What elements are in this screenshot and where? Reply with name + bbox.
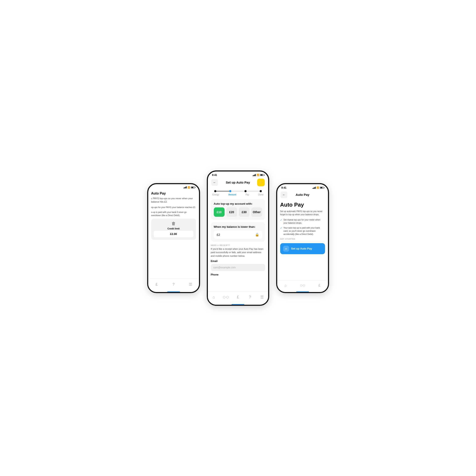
amount-30[interactable]: £30 [239,207,250,217]
wifi-icon-left: 📶 [187,186,190,189]
checkmark-1: ✓ [280,219,282,224]
receipt-section: NEED A RECEIPT? If you'd like a receipt … [211,244,265,278]
tab-help-center[interactable]: ? [244,295,256,299]
signal-icon-right [313,187,316,189]
step-label-amount: Amount [228,193,237,196]
setup-autopay-button[interactable]: ∞ Set up Auto Pay [280,243,325,254]
credit-label: Credit limit [154,227,193,230]
topup-title: Auto top-up my account with: [214,202,262,205]
back-button-center[interactable]: ← [211,179,218,186]
step-dot-amount [229,190,231,192]
step-line-3 [247,191,260,191]
topup-card: Auto top-up my account with: £10 £20 £30… [211,199,265,220]
right-content: Auto Pay Set up automatic PAYG top-ups s… [277,199,328,256]
check-text-2: Your auto top-up is paid with your bank … [284,226,325,236]
battery-icon-center [260,174,264,176]
tab-payments-center[interactable]: £ [232,295,244,299]
credit-card: 🗑 Credit limit £2.00 [151,219,196,240]
time-center: 9:41 [212,174,217,177]
lightning-icon: ⚡ [259,180,263,185]
status-bar-right: 9:41 📶 [277,184,328,190]
signal-icon-center [253,174,256,176]
divider-right [280,241,325,241]
amount-row: £10 £20 £30 Other [214,207,262,217]
credit-value: £2.00 [154,231,193,237]
back-arrow-center: ← [213,181,216,184]
amount-20[interactable]: £20 [226,207,237,217]
right-hero-title: Auto Pay [280,202,325,208]
tab-bar-left: £ ? ☰ [148,278,199,292]
step-dot-energy [214,190,216,192]
tab-activity-center[interactable]: ⬡·⬡ [220,295,232,299]
left-page-title: Auto Pay [151,192,196,195]
check-item-1: ✓ Set repeat top-ups for your meter when… [280,218,325,224]
scene: 📶 Auto Pay c PAYG top-ups so you never w… [143,143,333,333]
tab-bar-center: ⌂ ⬡·⬡ £ ? ☰ [208,291,268,305]
tab-payments-left[interactable]: £ [148,282,165,287]
status-bar-center: 9:41 📶 [208,171,268,177]
step-labels: Energy Amount Pay Done [211,193,265,198]
tab-payments-right[interactable]: £ [311,284,328,287]
email-input[interactable]: sam@example.com [211,264,265,271]
left-body-3: o-up is paid with your bank ll never go … [151,211,196,217]
battery-icon-left [191,187,195,188]
step-label-energy: Energy [213,193,219,196]
step-line-1 [216,191,229,191]
nav-bar-center: ← Set up Auto Pay ⚡ [208,177,268,187]
balance-value: £2 [217,233,220,237]
phone-center: 9:41 📶 ← Set up Auto Pay ⚡ [207,170,269,306]
step-dot-pay [244,190,247,192]
tab-menu-left[interactable]: ☰ [182,282,199,287]
left-body-2: op-ups for your PAYG your balance reache… [151,206,196,209]
check-item-2: ✓ Your auto top-up is paid with your ban… [280,226,325,236]
step-label-done: Done [258,193,263,196]
tab-home-center[interactable]: ⌂ [208,295,220,299]
signal-icon-left [184,186,187,188]
battery-icon-right [320,187,324,189]
step-dot-done [260,190,262,192]
time-right: 9:41 [281,186,287,189]
tab-bar-right: ⌂ ⬡·⬡ £ [277,280,328,292]
balance-input[interactable]: £2 🔒 [214,231,262,239]
back-arrow-right: ← [283,193,286,196]
progress-steps [211,188,265,193]
trash-icon[interactable]: 🗑 [154,221,193,226]
lightning-button[interactable]: ⚡ [257,179,265,186]
amount-other[interactable]: Other [251,207,262,217]
step-line-2 [231,191,244,191]
right-hero-subtitle: Set up automatic PAYG top-ups so you nev… [280,210,325,216]
infinity-icon: ∞ [283,246,289,252]
amount-10[interactable]: £10 [214,207,224,217]
balance-title: When my balance is lower than: [214,225,262,228]
center-content: Auto top-up my account with: £10 £20 £30… [208,198,268,280]
get-started-label: GET STARTED [280,238,325,240]
wifi-icon-center: 📶 [257,174,259,176]
receipt-label: NEED A RECEIPT? [211,244,265,246]
nav-bar-right: ← Auto Pay [277,190,328,199]
tab-home-right[interactable]: ⌂ [277,284,294,287]
email-label: Email [211,260,265,263]
step-label-pay: Pay [245,193,249,196]
phone-label: Phone [211,273,265,276]
nav-title-right: Auto Pay [296,193,309,196]
balance-card: When my balance is lower than: £2 🔒 [211,222,265,242]
tab-help-left[interactable]: ? [165,282,182,287]
phone-left: 📶 Auto Pay c PAYG top-ups so you never w… [147,183,200,293]
nav-title-center: Set up Auto Pay [226,181,250,184]
check-text-1: Set repeat top-ups for your meter when y… [284,218,325,224]
phone-right: 9:41 📶 ← Auto Pay Auto Pay Set up automa… [276,183,329,293]
tab-activity-right[interactable]: ⬡·⬡ [294,284,311,287]
tab-indicator-right [296,291,309,292]
tab-indicator-center [232,304,244,305]
tab-menu-center[interactable]: ☰ [256,295,268,299]
tab-indicator-left [167,291,180,292]
left-body-1: c PAYG top-ups so you never when your ba… [151,197,196,204]
wifi-icon-right: 📶 [317,187,319,189]
status-bar-left: 📶 [148,184,199,189]
checkmark-2: ✓ [280,226,282,236]
receipt-text: If you'd like a receipt when your Auto P… [211,247,265,258]
left-content: Auto Pay c PAYG top-ups so you never whe… [148,189,199,242]
back-button-right[interactable]: ← [281,191,287,198]
lock-icon: 🔒 [255,233,259,237]
setup-btn-label: Set up Auto Pay [291,247,312,250]
